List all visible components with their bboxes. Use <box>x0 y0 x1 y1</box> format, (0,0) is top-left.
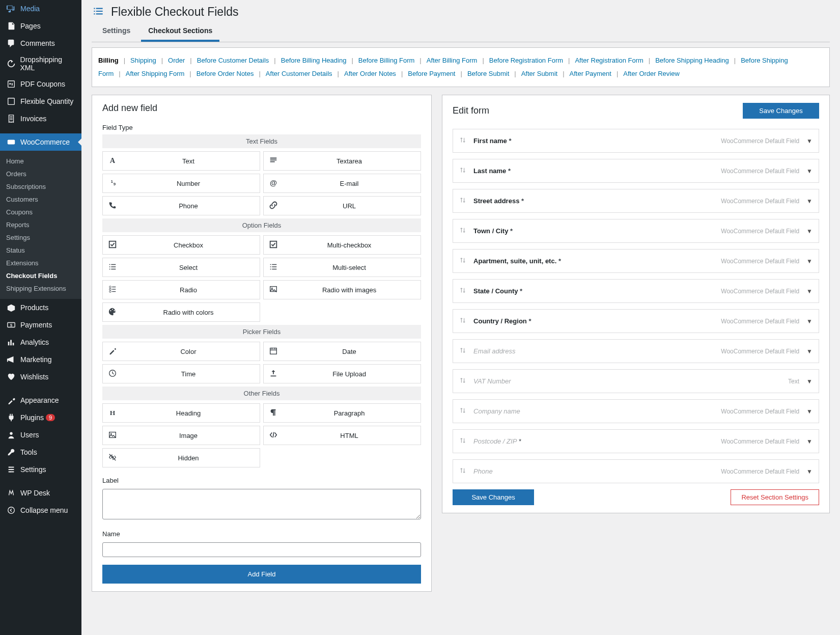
add-field-button[interactable]: Add Field <box>102 565 421 584</box>
field-type-date[interactable]: Date <box>263 342 421 361</box>
sidebar-item-plugins[interactable]: Plugins9 <box>0 409 81 426</box>
expand-caret-icon[interactable]: ▼ <box>806 318 813 325</box>
form-field-street-address[interactable]: Street address *WooCommerce Default Fiel… <box>453 189 819 213</box>
form-field-first-name[interactable]: First name *WooCommerce Default Field▼ <box>453 129 819 153</box>
name-input[interactable] <box>102 542 421 557</box>
drag-handle-icon[interactable] <box>459 317 466 325</box>
sidebar-item-woocommerce[interactable]: WooCommerce <box>0 133 81 151</box>
submenu-item-home[interactable]: Home <box>0 155 81 168</box>
section-before-payment[interactable]: Before Payment <box>408 70 455 77</box>
section-after-billing-form[interactable]: After Billing Form <box>427 57 478 64</box>
field-type-phone[interactable]: Phone <box>102 196 260 215</box>
field-type-url[interactable]: URL <box>263 196 421 215</box>
save-changes-bottom-button[interactable]: Save Changes <box>453 489 534 505</box>
sidebar-item-flexible-quantity[interactable]: Flexible Quantity <box>0 93 81 110</box>
drag-handle-icon[interactable] <box>459 467 466 476</box>
form-field-company-name[interactable]: Company nameWooCommerce Default Field▼ <box>453 399 819 423</box>
field-type-radio-with-images[interactable]: Radio with images <box>263 280 421 299</box>
drag-handle-icon[interactable] <box>459 136 466 145</box>
section-before-billing-form[interactable]: Before Billing Form <box>358 57 415 64</box>
form-field-town-city[interactable]: Town / City *WooCommerce Default Field▼ <box>453 219 819 243</box>
sidebar-item-tools[interactable]: Tools <box>0 444 81 461</box>
drag-handle-icon[interactable] <box>459 167 466 175</box>
section-after-submit[interactable]: After Submit <box>521 70 558 77</box>
tab-settings[interactable]: Settings <box>95 21 137 42</box>
submenu-item-extensions[interactable]: Extensions <box>0 257 81 269</box>
sidebar-item-dropshipping-xml[interactable]: Dropshipping XML <box>0 52 81 75</box>
section-billing[interactable]: Billing <box>98 57 119 64</box>
sidebar-item-pages[interactable]: Pages <box>0 17 81 35</box>
submenu-item-settings[interactable]: Settings <box>0 231 81 244</box>
expand-caret-icon[interactable]: ▼ <box>806 168 813 175</box>
field-type-paragraph[interactable]: Paragraph <box>263 403 421 423</box>
section-before-order-notes[interactable]: Before Order Notes <box>197 70 254 77</box>
submenu-item-subscriptions[interactable]: Subscriptions <box>0 180 81 193</box>
expand-caret-icon[interactable]: ▼ <box>806 258 813 265</box>
section-after-order-notes[interactable]: After Order Notes <box>344 70 396 77</box>
form-field-apartment-suite-unit-etc-[interactable]: Apartment, suite, unit, etc. *WooCommerc… <box>453 249 819 273</box>
drag-handle-icon[interactable] <box>459 437 466 446</box>
field-type-file-upload[interactable]: File Upload <box>263 364 421 383</box>
section-order[interactable]: Order <box>168 57 185 64</box>
section-after-shipping-form[interactable]: After Shipping Form <box>126 70 185 77</box>
field-type-time[interactable]: Time <box>102 364 260 383</box>
field-type-radio[interactable]: Radio <box>102 280 260 299</box>
sidebar-item-comments[interactable]: Comments <box>0 35 81 52</box>
field-type-html[interactable]: HTML <box>263 426 421 445</box>
field-type-multi-select[interactable]: Multi-select <box>263 258 421 277</box>
field-type-select[interactable]: Select <box>102 258 260 277</box>
field-type-textarea[interactable]: Textarea <box>263 151 421 171</box>
form-field-last-name[interactable]: Last name *WooCommerce Default Field▼ <box>453 159 819 183</box>
field-type-hidden[interactable]: Hidden <box>102 448 260 467</box>
section-after-registration-form[interactable]: After Registration Form <box>575 57 643 64</box>
section-before-submit[interactable]: Before Submit <box>467 70 509 77</box>
drag-handle-icon[interactable] <box>459 197 466 205</box>
drag-handle-icon[interactable] <box>459 347 466 355</box>
drag-handle-icon[interactable] <box>459 257 466 265</box>
submenu-item-status[interactable]: Status <box>0 244 81 257</box>
field-type-number[interactable]: Number <box>102 174 260 193</box>
save-changes-top-button[interactable]: Save Changes <box>743 103 819 119</box>
expand-caret-icon[interactable]: ▼ <box>806 378 813 385</box>
section-before-registration-form[interactable]: Before Registration Form <box>489 57 563 64</box>
sidebar-item-media[interactable]: Media <box>0 0 81 17</box>
expand-caret-icon[interactable]: ▼ <box>806 408 813 415</box>
expand-caret-icon[interactable]: ▼ <box>806 228 813 235</box>
form-field-state-county[interactable]: State / County *WooCommerce Default Fiel… <box>453 279 819 303</box>
expand-caret-icon[interactable]: ▼ <box>806 137 813 145</box>
form-field-phone[interactable]: PhoneWooCommerce Default Field▼ <box>453 459 819 483</box>
submenu-item-coupons[interactable]: Coupons <box>0 206 81 218</box>
field-type-heading[interactable]: Heading <box>102 403 260 423</box>
expand-caret-icon[interactable]: ▼ <box>806 348 813 355</box>
section-before-customer-details[interactable]: Before Customer Details <box>197 57 269 64</box>
drag-handle-icon[interactable] <box>459 407 466 416</box>
sidebar-item-analytics[interactable]: Analytics <box>0 334 81 351</box>
drag-handle-icon[interactable] <box>459 377 466 385</box>
form-field-email-address[interactable]: Email addressWooCommerce Default Field▼ <box>453 339 819 363</box>
submenu-item-reports[interactable]: Reports <box>0 218 81 231</box>
submenu-item-checkout-fields[interactable]: Checkout Fields <box>0 269 81 282</box>
field-type-e-mail[interactable]: E-mail <box>263 174 421 193</box>
field-type-radio-with-colors[interactable]: Radio with colors <box>102 302 260 322</box>
sidebar-item-settings[interactable]: Settings <box>0 461 81 478</box>
expand-caret-icon[interactable]: ▼ <box>806 468 813 475</box>
sidebar-item-payments[interactable]: Payments <box>0 316 81 334</box>
drag-handle-icon[interactable] <box>459 227 466 235</box>
sidebar-item-wishlists[interactable]: Wishlists <box>0 368 81 385</box>
submenu-item-orders[interactable]: Orders <box>0 168 81 180</box>
submenu-item-customers[interactable]: Customers <box>0 193 81 206</box>
form-field-postcode-zip[interactable]: Postcode / ZIP *WooCommerce Default Fiel… <box>453 429 819 453</box>
sidebar-item-collapse-menu[interactable]: Collapse menu <box>0 502 81 519</box>
sidebar-item-marketing[interactable]: Marketing <box>0 351 81 368</box>
form-field-vat-number[interactable]: VAT NumberText▼ <box>453 369 819 393</box>
sidebar-item-appearance[interactable]: Appearance <box>0 392 81 409</box>
sidebar-item-wp-desk[interactable]: WP Desk <box>0 484 81 502</box>
field-type-color[interactable]: Color <box>102 342 260 361</box>
label-input[interactable] <box>102 489 421 519</box>
field-type-text[interactable]: Text <box>102 151 260 171</box>
field-type-multi-checkbox[interactable]: Multi-checkbox <box>263 235 421 255</box>
expand-caret-icon[interactable]: ▼ <box>806 198 813 205</box>
sidebar-item-pdf-coupons[interactable]: PDF Coupons <box>0 75 81 93</box>
field-type-image[interactable]: Image <box>102 426 260 445</box>
section-after-customer-details[interactable]: After Customer Details <box>266 70 332 77</box>
